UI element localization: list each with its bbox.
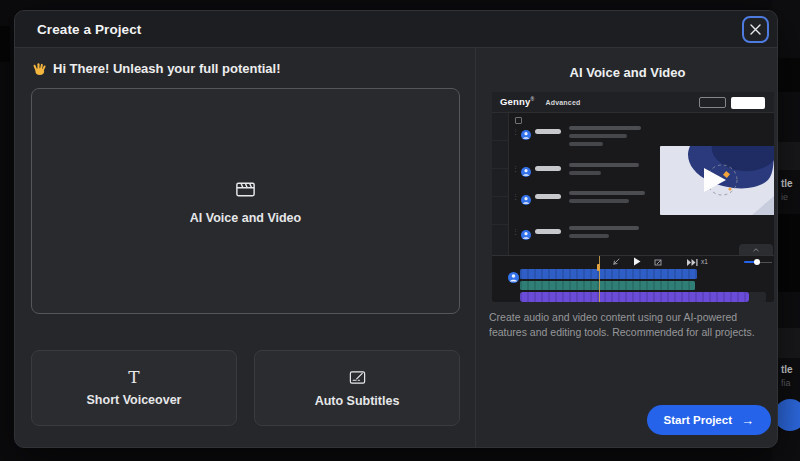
timeline-collapse-tab[interactable] <box>739 244 773 255</box>
speaker-name-pill <box>535 194 561 199</box>
speaker-avatar <box>521 163 531 181</box>
modal-header: Create a Project <box>15 11 777 48</box>
close-button[interactable] <box>742 16 769 43</box>
undo-icon[interactable] <box>612 258 620 266</box>
volume-slider[interactable] <box>744 258 772 266</box>
text-placeholder-bars <box>569 163 639 179</box>
timeline-divider <box>492 255 774 256</box>
card-label: Auto Subtitles <box>315 394 400 408</box>
genny-logo: Genny® <box>500 96 534 107</box>
close-icon <box>750 24 761 35</box>
timeline-speaker-avatar <box>508 269 519 287</box>
subtitles-edit-icon <box>348 368 367 387</box>
start-project-label: Start Project <box>664 414 732 426</box>
speaker-avatar <box>521 191 531 209</box>
start-project-button[interactable]: Start Project → <box>647 405 771 435</box>
modal-title: Create a Project <box>37 22 141 37</box>
drag-handle-icon: ⋮ <box>512 128 519 136</box>
card-label: Short Voiceover <box>87 393 182 407</box>
preview-image: Genny® Advanced ⋮⋮⋮⋮ <box>492 92 774 302</box>
detail-title: AI Voice and Video <box>476 65 778 80</box>
speaker-name-pill <box>535 166 561 171</box>
timeline-track-voice[interactable] <box>520 269 697 279</box>
export-icon[interactable] <box>654 258 662 266</box>
playback-rate: x1 <box>701 258 708 265</box>
preview-app-header: Genny® Advanced <box>492 92 774 113</box>
background-strip <box>0 26 10 62</box>
create-project-modal: Create a Project <box>14 10 778 448</box>
preview-video-panel <box>660 146 774 215</box>
background-text-fragment: tle ie <box>781 178 800 202</box>
project-description: Create audio and video content using our… <box>489 310 773 340</box>
arrow-right-icon: → <box>741 413 754 428</box>
preview-white-button <box>731 97 765 109</box>
text-placeholder-bars <box>569 191 645 207</box>
text-T-icon: T <box>128 369 139 386</box>
playhead[interactable] <box>599 256 600 302</box>
wave-hand-icon <box>32 61 47 76</box>
preview-sidebar <box>492 113 509 255</box>
speaker-avatar <box>521 126 531 144</box>
project-type-auto-subtitles-card[interactable]: Auto Subtitles <box>254 350 460 426</box>
project-detail-panel: AI Voice and Video Genny® Advanced ⋮⋮⋮⋮ <box>476 48 778 448</box>
fast-forward-icon[interactable] <box>687 259 699 266</box>
plan-badge: Advanced <box>545 99 580 106</box>
timeline-track-music[interactable] <box>520 292 749 302</box>
clapperboard-icon <box>234 178 257 201</box>
chevron-up-icon <box>753 248 759 252</box>
greeting: Hi There! Unleash your full potential! <box>32 61 281 76</box>
background-thumbnail <box>778 142 800 170</box>
page: tle ie tle fia Create a Project <box>0 0 800 461</box>
project-type-ai-voice-video-card[interactable]: AI Voice and Video <box>31 88 460 314</box>
project-type-panel: Hi There! Unleash your full potential! A… <box>15 48 475 448</box>
speaker-avatar <box>521 226 531 244</box>
drag-handle-icon: ⋮ <box>512 228 519 236</box>
timeline-track-audio[interactable] <box>520 281 695 290</box>
speaker-name-pill <box>535 229 561 234</box>
project-type-short-voiceover-card[interactable]: T Short Voiceover <box>31 350 237 426</box>
greeting-text: Hi There! Unleash your full potential! <box>53 61 281 76</box>
background-thumbnail <box>778 328 800 358</box>
speaker-name-pill <box>535 129 561 134</box>
text-placeholder-bars <box>569 126 641 150</box>
background-thumbnail <box>778 214 800 292</box>
card-label: AI Voice and Video <box>190 211 301 225</box>
playhead-marker <box>597 264 600 271</box>
drag-handle-icon: ⋮ <box>512 193 519 201</box>
preview-block-icon <box>515 117 522 124</box>
modal-body: Hi There! Unleash your full potential! A… <box>15 48 777 448</box>
background-text-fragment: tle fia <box>781 364 800 388</box>
drag-handle-icon: ⋮ <box>512 165 519 173</box>
preview-outline-button <box>699 97 726 108</box>
play-button-icon[interactable] <box>633 257 641 266</box>
background-thumbnail <box>778 58 800 92</box>
text-placeholder-bars <box>569 226 639 242</box>
